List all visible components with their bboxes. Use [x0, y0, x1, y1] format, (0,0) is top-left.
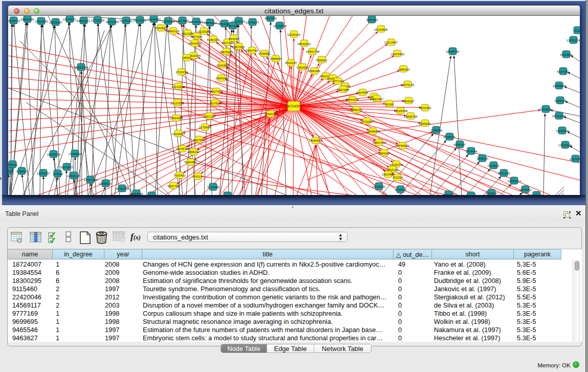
- svg-text:9657791: 9657791: [167, 185, 180, 188]
- svg-text:9329966: 9329966: [560, 53, 572, 56]
- svg-text:9777169: 9777169: [332, 80, 344, 83]
- svg-text:1156829: 1156829: [16, 170, 29, 173]
- svg-text:9242848: 9242848: [216, 64, 229, 67]
- svg-text:12323446: 12323446: [129, 192, 143, 195]
- svg-text:6879197: 6879197: [453, 143, 466, 146]
- svg-text:317004: 317004: [210, 102, 221, 105]
- svg-text:2935114: 2935114: [477, 157, 489, 160]
- svg-text:8990448: 8990448: [308, 70, 320, 73]
- svg-text:7625402: 7625402: [173, 174, 186, 177]
- svg-text:9463212: 9463212: [531, 194, 543, 195]
- svg-text:8427552: 8427552: [210, 90, 223, 93]
- svg-text:8938923: 8938923: [443, 136, 455, 139]
- svg-text:19734933: 19734933: [189, 20, 203, 24]
- svg-text:9115460: 9115460: [420, 106, 432, 110]
- svg-text:1167534: 1167534: [570, 158, 580, 161]
- svg-text:17957253: 17957253: [84, 179, 98, 182]
- svg-text:13495798: 13495798: [404, 115, 418, 118]
- svg-text:20691406: 20691406: [20, 18, 34, 21]
- svg-text:18300295: 18300295: [264, 113, 278, 116]
- svg-text:12213369: 12213369: [171, 85, 185, 89]
- svg-text:9699695: 9699695: [419, 122, 431, 125]
- svg-text:5657833: 5657833: [193, 139, 205, 142]
- svg-text:1733426: 1733426: [395, 188, 407, 191]
- svg-text:10958107: 10958107: [99, 182, 113, 185]
- svg-text:20206536: 20206536: [47, 153, 61, 156]
- svg-text:62160: 62160: [385, 103, 394, 106]
- svg-text:21564436: 21564436: [345, 98, 359, 101]
- svg-text:6497568: 6497568: [337, 89, 349, 92]
- svg-text:114519: 114519: [53, 172, 63, 176]
- svg-text:19384554: 19384554: [309, 139, 323, 142]
- svg-text:17016504: 17016504: [558, 144, 572, 147]
- svg-text:16543382: 16543382: [188, 42, 202, 45]
- svg-text:10719155: 10719155: [91, 19, 105, 22]
- svg-text:9227342: 9227342: [557, 70, 569, 73]
- svg-text:16210643: 16210643: [552, 115, 566, 118]
- svg-text:9099489: 9099489: [184, 161, 197, 164]
- svg-text:1244415: 1244415: [554, 99, 567, 102]
- svg-text:252254: 252254: [393, 176, 403, 179]
- svg-text:16154808: 16154808: [374, 28, 388, 31]
- svg-text:98967: 98967: [183, 56, 191, 59]
- svg-text:10474277: 10474277: [246, 21, 259, 24]
- svg-text:30975867: 30975867: [60, 166, 74, 169]
- svg-text:1175804: 1175804: [199, 126, 211, 129]
- svg-text:12549431: 12549431: [147, 18, 161, 21]
- svg-text:10807487: 10807487: [370, 98, 384, 101]
- svg-text:954646: 954646: [229, 37, 239, 40]
- svg-text:12213967: 12213967: [384, 41, 398, 44]
- svg-text:10973493: 10973493: [391, 53, 405, 56]
- svg-text:10653287: 10653287: [49, 21, 63, 24]
- svg-text:10025438: 10025438: [394, 110, 408, 113]
- svg-text:16033809: 16033809: [133, 19, 147, 22]
- svg-text:9463627: 9463627: [402, 100, 415, 103]
- svg-text:12975135: 12975135: [401, 83, 415, 86]
- svg-text:15276021: 15276021: [63, 18, 77, 21]
- svg-text:7632621: 7632621: [487, 164, 499, 167]
- svg-text:3498222: 3498222: [187, 150, 200, 154]
- svg-text:15720407: 15720407: [360, 120, 374, 123]
- svg-text:7955812: 7955812: [315, 59, 328, 62]
- svg-text:10688609: 10688609: [366, 130, 380, 133]
- svg-text:19218506: 19218506: [273, 25, 287, 28]
- svg-text:10654112: 10654112: [508, 180, 521, 183]
- svg-text:8460124: 8460124: [167, 30, 180, 33]
- svg-text:19654943: 19654943: [169, 117, 183, 120]
- svg-text:8813054: 8813054: [265, 17, 277, 20]
- svg-text:18640910: 18640910: [297, 42, 311, 46]
- svg-text:7886372: 7886372: [351, 108, 363, 112]
- svg-text:2867608: 2867608: [232, 46, 245, 49]
- svg-text:1691144: 1691144: [192, 175, 205, 178]
- svg-text:10756923: 10756923: [396, 144, 409, 147]
- svg-text:75155261: 75155261: [119, 19, 133, 23]
- svg-text:8454749: 8454749: [246, 49, 258, 52]
- svg-text:74859931: 74859931: [204, 21, 217, 25]
- svg-text:14136141: 14136141: [372, 185, 386, 188]
- svg-text:16961758: 16961758: [306, 50, 320, 53]
- svg-text:16648784: 16648784: [446, 50, 460, 53]
- svg-text:5716485: 5716485: [207, 186, 220, 189]
- svg-text:8471676: 8471676: [498, 172, 510, 175]
- svg-text:1112: 1112: [575, 29, 580, 32]
- svg-text:26053346: 26053346: [75, 66, 89, 69]
- svg-text:11548986: 11548986: [162, 20, 176, 23]
- svg-text:9245052: 9245052: [519, 188, 532, 191]
- svg-text:64661601: 64661601: [77, 19, 91, 23]
- svg-text:13751074: 13751074: [567, 39, 580, 42]
- svg-text:1588520: 1588520: [270, 57, 282, 60]
- svg-text:39154: 39154: [8, 170, 13, 173]
- svg-text:8322037: 8322037: [285, 61, 297, 64]
- svg-text:1640954: 1640954: [430, 129, 443, 132]
- svg-text:12942737: 12942737: [37, 172, 51, 175]
- svg-text:7357224: 7357224: [226, 25, 238, 28]
- svg-text:9527508: 9527508: [222, 41, 234, 45]
- svg-text:16107553: 16107553: [170, 102, 184, 105]
- svg-text:9146821: 9146821: [258, 52, 271, 55]
- svg-text:1362615: 1362615: [296, 66, 309, 69]
- svg-text:8319647: 8319647: [486, 192, 498, 195]
- svg-text:9474444: 9474444: [465, 150, 477, 153]
- svg-text:8186323: 8186323: [207, 38, 219, 41]
- svg-text:14055721: 14055721: [8, 19, 20, 23]
- svg-text:3215958: 3215958: [539, 108, 552, 111]
